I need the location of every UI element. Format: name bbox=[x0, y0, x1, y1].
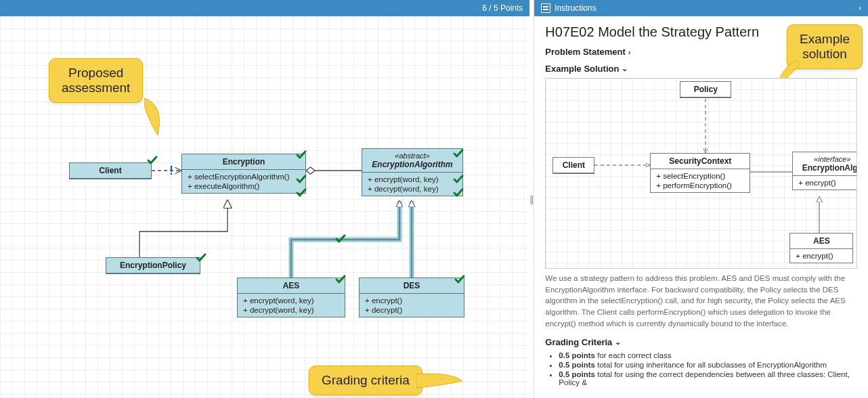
sol-client-name: Client bbox=[553, 158, 594, 173]
grading-item: 0.5 points for each correct class bbox=[559, 351, 857, 359]
chevron-down-icon: ⌄ bbox=[622, 64, 628, 73]
chevron-right-icon: › bbox=[628, 48, 631, 56]
op: + performEncryption() bbox=[656, 181, 744, 190]
op: + decrypt() bbox=[365, 306, 458, 314]
text: for each correct class bbox=[595, 351, 671, 359]
check-icon bbox=[452, 173, 464, 185]
class-ep-name: EncryptionPolicy bbox=[106, 258, 200, 273]
sol-ea-head: «interface» EncryptionAlgo bbox=[793, 152, 857, 176]
text: total for using inheritance for all subc… bbox=[595, 361, 827, 369]
points: 0.5 points bbox=[559, 370, 595, 378]
class-aes-name: AES bbox=[238, 278, 345, 294]
submission-canvas[interactable]: Client Encryption + selectEncryptionAlgo… bbox=[0, 16, 529, 398]
class-encryption[interactable]: Encryption + selectEncryptionAlgorithm()… bbox=[181, 154, 306, 194]
points: 0.5 points bbox=[559, 361, 595, 369]
section-label: Example Solution bbox=[545, 64, 619, 74]
submission-header: 6 / 5 Points bbox=[0, 0, 529, 16]
sol-sc-name: SecurityContext bbox=[651, 154, 750, 169]
op: + encrypt() bbox=[796, 252, 847, 260]
grading-criteria-list: 0.5 points for each correct class 0.5 po… bbox=[559, 351, 857, 386]
sol-class-encryption-algo[interactable]: «interface» EncryptionAlgo + encrypt() bbox=[792, 152, 857, 190]
grading-item: 0.5 points total for using the correct d… bbox=[559, 370, 857, 386]
sol-class-security-context[interactable]: SecurityContext + selectEncryption() + p… bbox=[650, 153, 750, 193]
op: + decrypt(word, key) bbox=[243, 306, 339, 314]
op: + encrypt(word, key) bbox=[368, 175, 457, 183]
sol-aes-name: AES bbox=[790, 234, 852, 249]
callout-proposed-assessment: Proposed assessment bbox=[49, 58, 143, 103]
class-encryption-name: Encryption bbox=[182, 154, 305, 170]
callout-line: solution bbox=[800, 47, 850, 62]
submission-pane: 6 / 5 Points bbox=[0, 0, 529, 398]
section-label: Grading Criteria bbox=[545, 337, 612, 347]
instructions-content: H07E02 Model the Strategy Pattern Proble… bbox=[534, 16, 868, 398]
check-icon bbox=[295, 149, 307, 161]
points: 0.5 points bbox=[559, 351, 595, 359]
op: + encrypt(word, key) bbox=[243, 296, 339, 305]
check-icon bbox=[452, 187, 464, 199]
callout-tail-icon bbox=[144, 98, 171, 139]
points-display: 6 / 5 Points bbox=[482, 3, 523, 13]
class-encryption-body: + selectEncryptionAlgorithm() + executeA… bbox=[182, 170, 305, 193]
class-encryption-algorithm[interactable]: «abstract» EncryptionAlgorithm + encrypt… bbox=[362, 148, 463, 196]
sol-class-policy[interactable]: Policy bbox=[680, 81, 731, 98]
text: total for using the correct dependencies… bbox=[559, 370, 850, 386]
class-encryption-policy[interactable]: EncryptionPolicy bbox=[106, 257, 200, 274]
check-icon bbox=[334, 273, 347, 286]
instructions-label: Instructions bbox=[555, 3, 596, 13]
class-ea-body: + encrypt(word, key) + decrypt(word, key… bbox=[362, 173, 462, 196]
class-aes-body: + encrypt(word, key) + decrypt(word, key… bbox=[238, 294, 345, 317]
sol-ea-name: EncryptionAlgo bbox=[798, 163, 857, 173]
class-ea-name: EncryptionAlgorithm bbox=[368, 160, 457, 169]
sol-policy-name: Policy bbox=[680, 82, 731, 97]
section-label: Problem Statement bbox=[545, 47, 625, 57]
class-aes[interactable]: AES + encrypt(word, key) + decrypt(word,… bbox=[237, 278, 345, 317]
op: + encrypt() bbox=[798, 179, 857, 187]
sol-aes-body: + encrypt() bbox=[790, 249, 852, 263]
sol-class-client[interactable]: Client bbox=[552, 157, 594, 174]
check-icon bbox=[454, 273, 466, 286]
check-icon bbox=[295, 173, 307, 185]
collapse-icon[interactable]: › bbox=[859, 3, 861, 13]
stereotype: «abstract» bbox=[368, 152, 457, 160]
op: + selectEncryption() bbox=[656, 172, 744, 180]
grading-item: 0.5 points total for using inheritance f… bbox=[559, 361, 857, 369]
callout-text: Grading criteria bbox=[322, 373, 410, 387]
callout-tail-icon bbox=[416, 372, 464, 391]
class-ea-head: «abstract» EncryptionAlgorithm bbox=[362, 149, 462, 173]
callout-line: assessment bbox=[62, 81, 130, 95]
grading-criteria-toggle[interactable]: Grading Criteria ⌄ bbox=[545, 337, 857, 347]
op: + selectEncryptionAlgorithm() bbox=[188, 173, 300, 181]
solution-canvas[interactable]: Policy Client SecurityContext + selectEn… bbox=[545, 78, 857, 269]
warning-icon: ! bbox=[169, 164, 177, 178]
sol-class-aes[interactable]: AES + encrypt() bbox=[789, 233, 853, 263]
callout-line: Example bbox=[800, 32, 850, 47]
class-client-name: Client bbox=[70, 163, 151, 179]
callout-example-solution: Example solution bbox=[787, 24, 863, 69]
class-client[interactable]: Client bbox=[69, 162, 152, 179]
class-des-body: + encrypt() + decrypt() bbox=[360, 294, 464, 317]
op: + encrypt() bbox=[365, 296, 458, 305]
check-icon bbox=[334, 233, 347, 245]
op: + executeAlgorithm() bbox=[188, 182, 300, 190]
sol-sc-body: + selectEncryption() + performEncryption… bbox=[651, 169, 750, 192]
solution-explanation: We use a strategy pattern to address thi… bbox=[545, 273, 857, 329]
class-des[interactable]: DES + encrypt() + decrypt() bbox=[359, 278, 464, 317]
stereotype: «interface» bbox=[798, 155, 857, 163]
check-icon bbox=[146, 154, 158, 167]
callout-line: Proposed bbox=[62, 66, 130, 81]
sol-ea-body: + encrypt() bbox=[793, 176, 857, 190]
callout-grading-criteria: Grading criteria bbox=[309, 366, 422, 395]
check-icon bbox=[195, 252, 207, 264]
check-icon bbox=[452, 148, 464, 160]
op: + decrypt(word, key) bbox=[368, 185, 457, 193]
instructions-icon bbox=[541, 3, 550, 13]
instructions-header: Instructions › bbox=[534, 0, 868, 16]
instructions-pane: Instructions › H07E02 Model the Strategy… bbox=[534, 0, 868, 398]
check-icon bbox=[295, 187, 307, 199]
class-des-name: DES bbox=[360, 278, 464, 294]
chevron-down-icon: ⌄ bbox=[615, 338, 621, 347]
